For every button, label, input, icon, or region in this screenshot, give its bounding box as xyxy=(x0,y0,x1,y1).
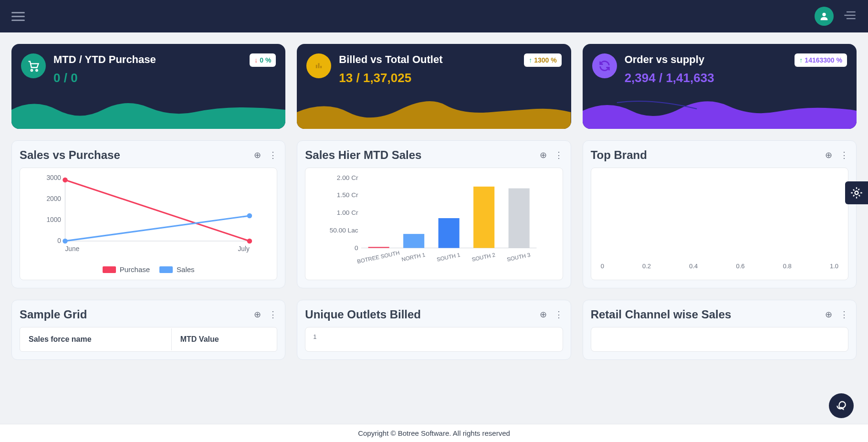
kpi-value: 0 / 0 xyxy=(53,71,276,85)
svg-point-0 xyxy=(822,13,826,16)
chart-top-brand: 0 0.2 0.4 0.6 0.8 1.0 xyxy=(591,168,848,280)
panel-title: Sales vs Purchase xyxy=(20,148,120,162)
svg-text:2000: 2000 xyxy=(46,195,61,202)
sample-grid-table: Sales force name MTD Value xyxy=(20,327,277,352)
panel-title: Unique Outlets Billed xyxy=(305,308,421,321)
bar-chart-icon xyxy=(306,53,331,78)
svg-point-38 xyxy=(855,191,858,195)
svg-rect-34 xyxy=(473,187,494,248)
settings-floating-button[interactable] xyxy=(845,181,868,204)
svg-rect-36 xyxy=(509,189,530,248)
arrow-up-icon: ↑ xyxy=(799,56,803,64)
user-avatar[interactable] xyxy=(815,7,834,26)
more-icon[interactable]: ⋮ xyxy=(269,150,277,160)
more-icon[interactable]: ⋮ xyxy=(554,150,563,160)
svg-point-20 xyxy=(63,239,68,244)
kpi-value: 13 / 1,37,025 xyxy=(339,71,561,85)
kpi-trend-badge: ↓ 0 % xyxy=(250,53,276,67)
svg-text:50.00 Lac: 50.00 Lac xyxy=(330,227,358,234)
gear-icon xyxy=(850,186,863,200)
zoom-icon[interactable]: ⊕ xyxy=(254,150,261,160)
more-icon[interactable]: ⋮ xyxy=(269,309,277,320)
svg-point-19 xyxy=(247,239,252,244)
svg-text:0: 0 xyxy=(57,237,61,244)
more-icon[interactable]: ⋮ xyxy=(840,309,848,320)
svg-text:SOUTH 2: SOUTH 2 xyxy=(471,252,496,263)
right-menu-toggle[interactable] xyxy=(843,9,857,24)
svg-point-4 xyxy=(31,70,33,72)
panel-unique-outlets: Unique Outlets Billed ⊕ ⋮ 1 xyxy=(297,300,571,360)
svg-text:July: July xyxy=(238,245,250,253)
y-tick: 1 xyxy=(310,333,316,340)
svg-rect-30 xyxy=(403,234,424,248)
panel-top-brand: Top Brand ⊕ ⋮ 0 0.2 0.4 0.6 0.8 1.0 xyxy=(583,140,857,288)
menu-toggle[interactable] xyxy=(11,12,25,21)
zoom-icon[interactable]: ⊕ xyxy=(825,309,832,320)
kpi-badge-value: 1300 % xyxy=(534,56,556,64)
more-icon[interactable]: ⋮ xyxy=(840,150,848,160)
zoom-icon[interactable]: ⊕ xyxy=(254,309,261,320)
svg-text:June: June xyxy=(65,245,79,253)
panel-title: Sample Grid xyxy=(20,308,87,321)
svg-text:NORTH 1: NORTH 1 xyxy=(401,252,426,263)
kpi-badge-value: 14163300 % xyxy=(805,56,842,64)
svg-text:1.00 Cr: 1.00 Cr xyxy=(337,209,358,216)
kpi-title: MTD / YTD Purchase xyxy=(53,53,276,66)
lines-icon xyxy=(843,9,857,22)
dashboard-grid: MTD / YTD Purchase 0 / 0 ↓ 0 % Billed vs… xyxy=(0,32,868,398)
cart-icon xyxy=(21,53,46,78)
chart-unique-outlets: 1 xyxy=(305,327,563,352)
svg-text:2.00 Cr: 2.00 Cr xyxy=(337,174,358,181)
svg-point-18 xyxy=(63,178,68,183)
table-header[interactable]: MTD Value xyxy=(173,328,276,350)
chart-sales-vs-purchase: 0100020003000JuneJuly Purchase Sales xyxy=(20,168,277,280)
legend-purchase[interactable]: Purchase xyxy=(103,265,150,274)
panel-sales-vs-purchase: Sales vs Purchase ⊕ ⋮ 0100020003000JuneJ… xyxy=(11,140,285,288)
svg-rect-28 xyxy=(368,247,389,248)
svg-point-5 xyxy=(36,70,38,72)
panel-title: Top Brand xyxy=(591,148,647,162)
wave-decoration xyxy=(583,95,857,129)
kpi-billed-vs-total[interactable]: Billed vs Total Outlet 13 / 1,37,025 ↑ 1… xyxy=(297,44,571,129)
panel-title: Sales Hier MTD Sales xyxy=(305,148,421,162)
x-axis-ticks: 0 0.2 0.4 0.6 0.8 1.0 xyxy=(596,259,843,270)
svg-text:SOUTH 1: SOUTH 1 xyxy=(436,252,460,263)
zoom-icon[interactable]: ⊕ xyxy=(540,150,547,160)
zoom-icon[interactable]: ⊕ xyxy=(825,150,832,160)
table-header[interactable]: Sales force name xyxy=(21,328,172,350)
kpi-trend-badge: ↑ 14163300 % xyxy=(795,53,847,67)
panel-retail-channel: Retail Channel wise Sales ⊕ ⋮ xyxy=(583,300,857,360)
kpi-trend-badge: ↑ 1300 % xyxy=(524,53,561,67)
svg-text:3000: 3000 xyxy=(46,174,61,181)
kpi-order-vs-supply[interactable]: Order vs supply 2,394 / 1,41,633 ↑ 14163… xyxy=(583,44,857,129)
wave-decoration xyxy=(297,95,571,129)
arrow-up-icon: ↑ xyxy=(529,56,532,64)
svg-rect-32 xyxy=(439,218,460,248)
panel-title: Retail Channel wise Sales xyxy=(591,308,732,321)
svg-text:BOTREE SOUTH: BOTREE SOUTH xyxy=(356,250,400,264)
zoom-icon[interactable]: ⊕ xyxy=(540,309,547,320)
kpi-mtd-ytd-purchase[interactable]: MTD / YTD Purchase 0 / 0 ↓ 0 % xyxy=(11,44,285,129)
svg-text:0: 0 xyxy=(355,244,358,252)
top-bar xyxy=(0,0,868,32)
chart-retail-channel xyxy=(591,327,848,352)
arrow-down-icon: ↓ xyxy=(254,56,258,64)
svg-text:1.50 Cr: 1.50 Cr xyxy=(337,191,358,199)
svg-text:SOUTH 3: SOUTH 3 xyxy=(506,252,531,263)
panel-sample-grid: Sample Grid ⊕ ⋮ Sales force name MTD Val… xyxy=(11,300,285,360)
legend-sales[interactable]: Sales xyxy=(159,265,195,274)
svg-text:1000: 1000 xyxy=(46,216,61,223)
svg-point-21 xyxy=(247,213,252,219)
more-icon[interactable]: ⋮ xyxy=(554,309,563,320)
user-icon xyxy=(819,11,829,21)
refresh-icon xyxy=(592,53,617,78)
kpi-value: 2,394 / 1,41,633 xyxy=(625,71,847,85)
panel-sales-hier: Sales Hier MTD Sales ⊕ ⋮ 050.00 Lac1.00 … xyxy=(297,140,571,288)
kpi-badge-value: 0 % xyxy=(260,56,271,64)
chart-sales-hier: 050.00 Lac1.00 Cr1.50 Cr2.00 CrBOTREE SO… xyxy=(305,168,563,280)
wave-decoration xyxy=(11,95,285,129)
